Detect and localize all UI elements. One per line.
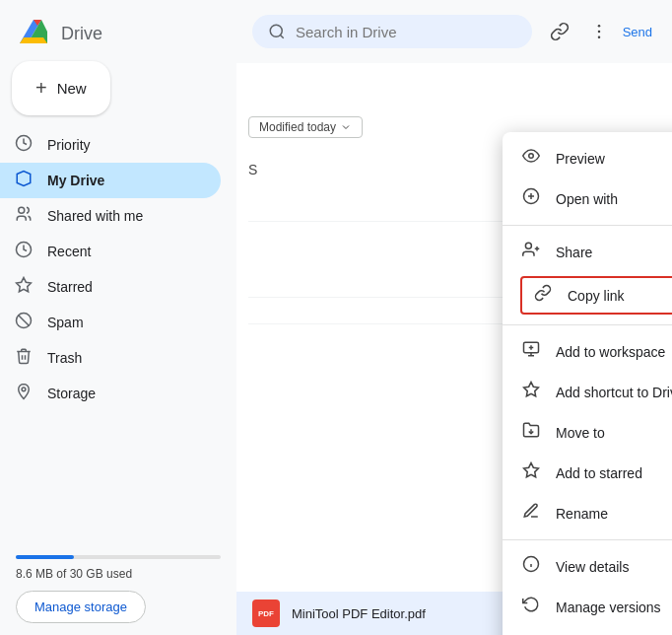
- add-shortcut-label: Add shortcut to Drive: [556, 385, 672, 400]
- plus-icon: +: [35, 77, 47, 100]
- storage-bar-fill: [16, 555, 74, 559]
- sidebar-item-label: Priority: [47, 137, 91, 153]
- menu-item-manage-versions[interactable]: Manage versions: [503, 587, 672, 627]
- context-menu: Preview Open with › Share: [503, 132, 672, 635]
- preview-icon: [520, 147, 542, 170]
- add-starred-label: Add to starred: [556, 465, 642, 481]
- sidebar-item-priority[interactable]: Priority: [0, 127, 221, 163]
- open-with-icon: [520, 187, 542, 210]
- modified-today-text: Modified today: [259, 120, 336, 134]
- view-details-label: View details: [556, 559, 629, 575]
- menu-item-view-details[interactable]: View details: [503, 546, 672, 587]
- new-button[interactable]: + New: [12, 61, 110, 115]
- section-label: S: [248, 162, 257, 177]
- add-shortcut-icon: [520, 381, 542, 403]
- star-icon: [14, 276, 34, 299]
- sidebar-item-shared[interactable]: Shared with me: [0, 198, 221, 234]
- storage-icon: [14, 383, 34, 405]
- menu-item-preview[interactable]: Preview: [503, 138, 672, 178]
- menu-item-rename[interactable]: Rename: [503, 493, 672, 533]
- main-content: Send Modified today S niTool PDF Ed worl…: [236, 0, 672, 635]
- svg-point-15: [597, 36, 600, 39]
- sidebar-item-recent[interactable]: Recent: [0, 234, 221, 269]
- send-link[interactable]: Send: [623, 25, 656, 39]
- trash-icon: [14, 347, 34, 370]
- shared-icon: [14, 205, 34, 228]
- storage-text: 8.6 MB of 30 GB used: [16, 567, 221, 581]
- file-name: MiniTool PDF Editor.pdf: [292, 606, 426, 621]
- menu-divider-1: [503, 225, 672, 226]
- sidebar-item-storage[interactable]: Storage: [0, 376, 221, 411]
- filter-dropdown[interactable]: Modified today: [248, 116, 363, 138]
- sidebar-item-label: Starred: [47, 279, 93, 295]
- preview-label: Preview: [556, 151, 605, 167]
- svg-point-10: [22, 387, 26, 390]
- menu-item-open-with[interactable]: Open with ›: [503, 178, 672, 219]
- sidebar-nav: Priority My Drive Shared with me Recent: [0, 127, 236, 411]
- menu-item-copy-link[interactable]: Copy link: [503, 272, 672, 318]
- sidebar-item-label: Shared with me: [47, 208, 143, 224]
- svg-marker-28: [524, 463, 539, 477]
- recent-icon: [14, 241, 34, 263]
- svg-point-5: [19, 207, 25, 213]
- svg-marker-7: [17, 277, 32, 291]
- menu-item-add-starred[interactable]: Add to starred: [503, 453, 672, 493]
- search-input[interactable]: [296, 24, 516, 40]
- app-title: Drive: [61, 24, 102, 44]
- menu-item-add-workspace[interactable]: Add to workspace ›: [503, 331, 672, 372]
- link-icon-button[interactable]: [544, 16, 575, 47]
- menu-divider-3: [503, 539, 672, 540]
- view-details-icon: [520, 555, 542, 578]
- manage-versions-icon: [520, 596, 542, 618]
- sidebar-item-my-drive[interactable]: My Drive: [0, 163, 221, 198]
- storage-bar: [16, 555, 221, 559]
- pdf-file-icon: PDF: [252, 600, 280, 627]
- share-label: Share: [556, 245, 592, 260]
- more-options-icon[interactable]: [583, 16, 615, 47]
- search-bar[interactable]: [252, 15, 532, 48]
- sidebar: Drive + New Priority My Drive Shared wit…: [0, 0, 236, 635]
- copy-link-icon: [532, 284, 554, 307]
- menu-item-add-shortcut[interactable]: Add shortcut to Drive: [503, 372, 672, 412]
- sidebar-item-label: Storage: [47, 386, 96, 401]
- open-with-label: Open with: [556, 191, 618, 207]
- menu-item-share[interactable]: Share: [503, 232, 672, 272]
- menu-item-make-copy[interactable]: Make a copy: [503, 627, 672, 635]
- move-to-label: Move to: [556, 425, 605, 441]
- svg-point-14: [597, 31, 600, 34]
- sidebar-item-spam[interactable]: Spam: [0, 305, 221, 340]
- storage-section: 8.6 MB of 30 GB used Manage storage: [0, 543, 236, 635]
- sidebar-item-trash[interactable]: Trash: [0, 340, 221, 376]
- svg-marker-2: [20, 37, 47, 43]
- priority-icon: [14, 134, 34, 157]
- rename-icon: [520, 502, 542, 525]
- svg-point-11: [270, 25, 282, 36]
- svg-line-12: [280, 35, 283, 37]
- add-starred-icon: [520, 461, 542, 484]
- drive-logo-icon: [16, 18, 51, 49]
- sidebar-item-label: My Drive: [47, 173, 104, 188]
- new-button-label: New: [57, 80, 87, 97]
- svg-point-13: [597, 25, 600, 28]
- sidebar-item-label: Spam: [47, 315, 84, 330]
- manage-versions-label: Manage versions: [556, 600, 661, 615]
- search-icon: [268, 23, 286, 40]
- menu-divider-2: [503, 324, 672, 325]
- menu-item-move-to[interactable]: Move to: [503, 412, 672, 453]
- sidebar-item-label: Trash: [47, 350, 82, 366]
- spam-icon: [14, 312, 34, 334]
- share-icon: [520, 241, 542, 263]
- rename-label: Rename: [556, 506, 608, 522]
- svg-point-16: [529, 154, 534, 159]
- move-to-icon: [520, 421, 542, 444]
- svg-point-20: [525, 243, 531, 248]
- content-area: Modified today S niTool PDF Ed worldwide…: [236, 63, 672, 635]
- sidebar-item-label: Recent: [47, 244, 91, 259]
- add-workspace-icon: [520, 340, 542, 363]
- my-drive-icon: [14, 170, 34, 192]
- add-workspace-label: Add to workspace: [556, 344, 665, 360]
- svg-line-9: [19, 315, 30, 325]
- copy-link-label: Copy link: [568, 288, 625, 304]
- manage-storage-button[interactable]: Manage storage: [16, 591, 146, 623]
- sidebar-item-starred[interactable]: Starred: [0, 269, 221, 305]
